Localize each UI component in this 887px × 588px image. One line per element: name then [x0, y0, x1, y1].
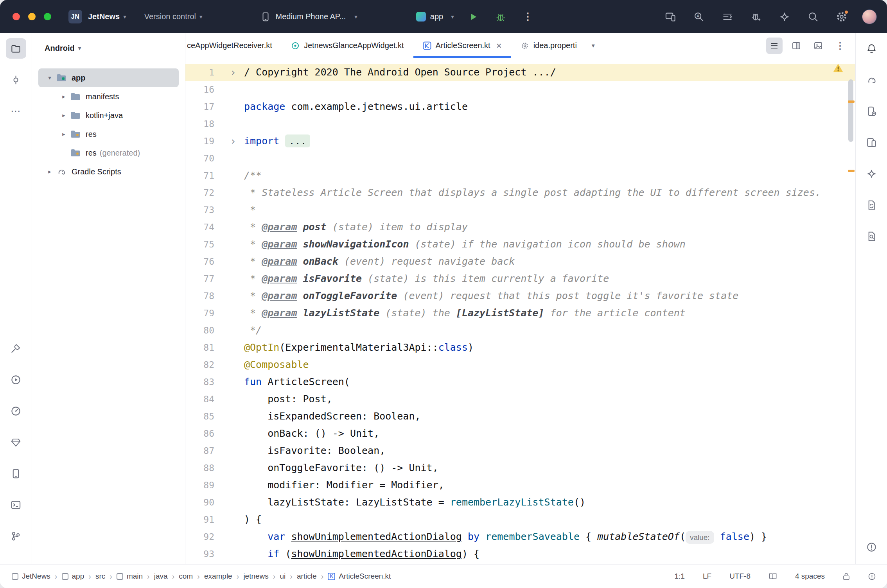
more-tool-windows-button[interactable]: ⋯	[6, 101, 26, 121]
notifications-button[interactable]	[861, 38, 882, 59]
indent-widget[interactable]: 4 spaces	[795, 572, 825, 581]
tab-glance-widget[interactable]: JetnewsGlanceAppWidget.kt	[282, 33, 413, 58]
warning-stripe-mark[interactable]	[848, 100, 855, 103]
debug-button[interactable]	[492, 9, 509, 25]
fold-arrow-icon[interactable]: ›	[214, 133, 244, 150]
mirror-device-button[interactable]	[662, 9, 679, 25]
run-more-button[interactable]: ⋮	[520, 9, 536, 25]
reader-mode-widget[interactable]	[768, 572, 777, 580]
tree-item-manifests[interactable]: ▸ manifests	[38, 87, 179, 106]
running-devices-panel-button[interactable]	[861, 132, 882, 152]
code-line[interactable]: 72 * Stateless Article Screen that displ…	[185, 184, 855, 201]
chevron-right-icon[interactable]: ▸	[58, 93, 70, 100]
code-line[interactable]: 73 *	[185, 201, 855, 219]
fold-arrow-icon[interactable]: ›	[214, 64, 244, 81]
editor-gutter[interactable]: 92	[185, 528, 244, 545]
breadcrumb-item[interactable]: article	[297, 572, 317, 581]
layout-inspector-panel-button[interactable]	[861, 226, 882, 246]
code-line[interactable]: 1›/ Copyright 2020 The Android Open Sour…	[185, 64, 855, 81]
run-button[interactable]	[465, 9, 481, 25]
code-line[interactable]: 77 * @param isFavorite (state) is this i…	[185, 270, 855, 287]
editor-gutter[interactable]: 1›	[185, 64, 244, 81]
preview-button[interactable]	[810, 38, 826, 54]
code-line[interactable]: 79 * @param lazyListState (state) the [L…	[185, 305, 855, 322]
run-configuration[interactable]: app ▾	[416, 12, 454, 22]
chevron-right-icon[interactable]: ▸	[44, 168, 56, 175]
settings-button[interactable]	[833, 9, 850, 25]
tree-item-res-generated[interactable]: res (generated)	[38, 143, 179, 162]
editor-gutter[interactable]: 82	[185, 356, 244, 373]
editor-gutter[interactable]: 91	[185, 511, 244, 528]
editor-gutter[interactable]: 93	[185, 545, 244, 563]
breadcrumb-item[interactable]: com	[179, 572, 193, 581]
editor-gutter[interactable]: 19›	[185, 133, 244, 150]
play-policy-tool-button[interactable]	[6, 432, 26, 452]
gradle-panel-button[interactable]	[861, 70, 882, 90]
code-line[interactable]: 85 isExpandedScreen: Boolean,	[185, 408, 855, 425]
code-line[interactable]: 83fun ArticleScreen(	[185, 373, 855, 391]
commit-tool-button[interactable]	[6, 70, 26, 90]
code-line[interactable]: 19›import ...	[185, 133, 855, 150]
editor-gutter[interactable]: 75	[185, 236, 244, 253]
caret-position-widget[interactable]: 1:1	[675, 572, 685, 581]
breadcrumb-item[interactable]: main	[117, 572, 143, 581]
terminal-tool-button[interactable]	[6, 495, 26, 515]
profile-avatar[interactable]	[862, 9, 877, 24]
tree-item-kotlin-java[interactable]: ▸ kotlin+java	[38, 106, 179, 125]
code-line[interactable]: 90 lazyListState: LazyListState = rememb…	[185, 494, 855, 511]
breadcrumb-item[interactable]: ui	[280, 572, 285, 581]
editor-gutter[interactable]: 83	[185, 373, 244, 391]
tab-list-chevron[interactable]: ▾	[586, 33, 600, 58]
code-line[interactable]: 92 var showUnimplementedActionDialog by …	[185, 528, 855, 545]
code-line[interactable]: 75 * @param showNavigationIcon (state) i…	[185, 236, 855, 253]
close-window-button[interactable]	[13, 13, 20, 20]
tab-article-screen[interactable]: ArticleScreen.kt ×	[413, 33, 511, 58]
chevron-right-icon[interactable]: ▸	[58, 112, 70, 119]
editor-gutter[interactable]: 78	[185, 287, 244, 305]
build-variants-panel-button[interactable]	[861, 195, 882, 215]
profiler-tool-button[interactable]	[6, 401, 26, 421]
editor-gutter[interactable]: 16	[185, 81, 244, 98]
device-manager-panel-button[interactable]	[861, 101, 882, 121]
editor-gutter[interactable]: 72	[185, 184, 244, 201]
editor-gutter[interactable]: 90	[185, 494, 244, 511]
project-view-selector[interactable]: Android ▾	[32, 39, 185, 57]
editor-gutter[interactable]: 85	[185, 408, 244, 425]
chevron-down-icon[interactable]: ▾	[44, 74, 56, 81]
tab-receiver[interactable]: ceAppWidgetReceiver.kt	[185, 33, 282, 58]
tab-idea-properties[interactable]: idea.properti	[511, 33, 586, 58]
code-line[interactable]: 80 */	[185, 322, 855, 339]
editor-gutter[interactable]: 80	[185, 322, 244, 339]
zoom-window-button[interactable]	[44, 13, 51, 20]
editor-scrollbar[interactable]	[848, 79, 853, 142]
code-line[interactable]: 70	[185, 150, 855, 167]
editor-gutter[interactable]: 73	[185, 201, 244, 219]
breadcrumb-item[interactable]: KArticleScreen.kt	[328, 572, 391, 581]
breadcrumb-item[interactable]: src	[95, 572, 105, 581]
editor-gutter[interactable]: 81	[185, 339, 244, 356]
code-line[interactable]: 86 onBack: () -> Unit,	[185, 425, 855, 442]
code-line[interactable]: 87 isFavorite: Boolean,	[185, 442, 855, 459]
editor-gutter[interactable]: 70	[185, 150, 244, 167]
editor-gutter[interactable]: 74	[185, 219, 244, 236]
minimize-window-button[interactable]	[28, 13, 36, 20]
editor-gutter[interactable]: 84	[185, 391, 244, 408]
write-access-widget[interactable]	[843, 572, 850, 580]
tree-item-res[interactable]: ▸ res	[38, 125, 179, 143]
code-line[interactable]: 76 * @param onBack (event) request navig…	[185, 253, 855, 270]
project-tool-button[interactable]	[6, 38, 26, 59]
gemini-button[interactable]	[776, 9, 793, 25]
editor-gutter[interactable]: 88	[185, 459, 244, 477]
code-line[interactable]: 91) {	[185, 511, 855, 528]
device-manager-tool-button[interactable]	[6, 463, 26, 484]
editor-gutter[interactable]: 71	[185, 167, 244, 184]
code-line[interactable]: 71/**	[185, 167, 855, 184]
editor-list-button[interactable]	[766, 38, 783, 54]
device-selector[interactable]: Medium Phone AP... ▾	[260, 12, 357, 22]
code-line[interactable]: 81@OptIn(ExperimentalMaterial3Api::class…	[185, 339, 855, 356]
code-line[interactable]: 89 modifier: Modifier = Modifier,	[185, 477, 855, 494]
gemini-panel-button[interactable]	[861, 163, 882, 184]
code-line[interactable]: 74 * @param post (state) item to display	[185, 219, 855, 236]
run-tool-button[interactable]	[6, 369, 26, 390]
chevron-right-icon[interactable]: ▸	[58, 131, 70, 138]
